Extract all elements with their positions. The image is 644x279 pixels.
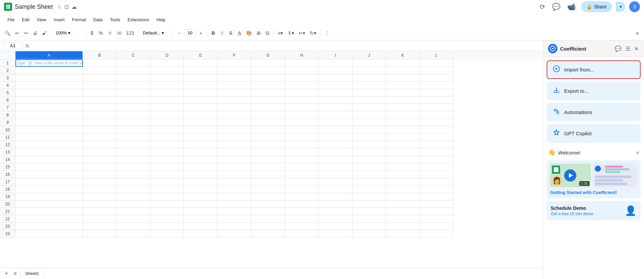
- video-thumbnail-main[interactable]: 👩 3:35: [550, 164, 591, 187]
- cell-C5[interactable]: [117, 89, 150, 96]
- cell-B14[interactable]: [83, 156, 117, 163]
- cell-F16[interactable]: [218, 171, 251, 178]
- merge-cells-btn[interactable]: ⊟: [263, 29, 271, 37]
- cell-D21[interactable]: [150, 208, 184, 215]
- cell-F1[interactable]: [218, 59, 251, 67]
- cell-I14[interactable]: [319, 156, 352, 163]
- cell-I3[interactable]: [319, 74, 352, 82]
- cell-G7[interactable]: [251, 104, 285, 111]
- cell-B6[interactable]: [83, 96, 117, 104]
- cell-C6[interactable]: [117, 96, 150, 104]
- cell-D22[interactable]: [150, 215, 184, 223]
- row-header-3[interactable]: 3: [0, 74, 15, 82]
- row-header-12[interactable]: 12: [0, 141, 15, 148]
- cell-H11[interactable]: [285, 134, 319, 141]
- cell-E5[interactable]: [184, 89, 218, 96]
- cell-A5[interactable]: [15, 89, 83, 96]
- font-size-decrease-btn[interactable]: −: [175, 29, 183, 37]
- zoom-select[interactable]: 100% ▾: [53, 29, 84, 36]
- schedule-demo-card[interactable]: Schedule Demo Get a free 15 min demo 👤: [547, 201, 641, 220]
- cell-H16[interactable]: [285, 171, 319, 178]
- cell-J3[interactable]: [352, 74, 386, 82]
- cell-K7[interactable]: [386, 104, 420, 111]
- cell-B8[interactable]: [83, 111, 117, 119]
- cell-K20[interactable]: [386, 200, 420, 208]
- row-header-19[interactable]: 19: [0, 193, 15, 200]
- cell-C22[interactable]: [117, 215, 150, 223]
- cell-E18[interactable]: [184, 186, 218, 193]
- cell-G20[interactable]: [251, 200, 285, 208]
- text-wrap-btn[interactable]: ↵▾: [297, 29, 307, 37]
- row-header-20[interactable]: 20: [0, 200, 15, 208]
- coefficient-menu-btn[interactable]: ☰: [625, 45, 631, 53]
- menu-file[interactable]: File: [4, 16, 18, 24]
- cell-A6[interactable]: [15, 96, 83, 104]
- cell-L10[interactable]: [420, 126, 453, 134]
- text-rotate-btn[interactable]: ↻▾: [308, 29, 318, 37]
- welcome-header[interactable]: 👋 Welcome! ∨: [547, 147, 641, 158]
- cell-E9[interactable]: [184, 119, 218, 126]
- row-header-18[interactable]: 18: [0, 186, 15, 193]
- cell-D20[interactable]: [150, 200, 184, 208]
- row-header-23[interactable]: 23: [0, 223, 15, 230]
- cell-J19[interactable]: [352, 193, 386, 200]
- cell-J9[interactable]: [352, 119, 386, 126]
- chat-icon[interactable]: 💬: [551, 1, 562, 12]
- video-title[interactable]: Getting Started with Coefficient!: [550, 190, 637, 195]
- cell-J23[interactable]: [352, 223, 386, 230]
- cell-J4[interactable]: [352, 82, 386, 89]
- cell-K11[interactable]: [386, 134, 420, 141]
- cell-A16[interactable]: [15, 171, 83, 178]
- cell-B11[interactable]: [83, 134, 117, 141]
- cell-A22[interactable]: [15, 215, 83, 223]
- cell-A3[interactable]: [15, 74, 83, 82]
- user-avatar[interactable]: S: [629, 1, 640, 12]
- col-header-J[interactable]: J: [352, 51, 386, 59]
- col-header-L[interactable]: L: [420, 51, 453, 59]
- cell-H2[interactable]: [285, 67, 319, 74]
- cell-K13[interactable]: [386, 148, 420, 156]
- row-header-17[interactable]: 17: [0, 178, 15, 186]
- cell-L3[interactable]: [420, 74, 453, 82]
- cell-H22[interactable]: [285, 215, 319, 223]
- cell-G11[interactable]: [251, 134, 285, 141]
- cell-E10[interactable]: [184, 126, 218, 134]
- cell-J12[interactable]: [352, 141, 386, 148]
- cell-E13[interactable]: [184, 148, 218, 156]
- cell-H24[interactable]: [285, 230, 319, 238]
- cell-L16[interactable]: [420, 171, 453, 178]
- cell-A19[interactable]: [15, 193, 83, 200]
- cell-D5[interactable]: [150, 89, 184, 96]
- currency-btn[interactable]: $: [88, 29, 96, 37]
- cell-C2[interactable]: [117, 67, 150, 74]
- cell-C7[interactable]: [117, 104, 150, 111]
- cell-E17[interactable]: [184, 178, 218, 186]
- cell-K6[interactable]: [386, 96, 420, 104]
- cell-F18[interactable]: [218, 186, 251, 193]
- cell-B22[interactable]: [83, 215, 117, 223]
- cell-G5[interactable]: [251, 89, 285, 96]
- cell-D2[interactable]: [150, 67, 184, 74]
- cell-J1[interactable]: [352, 59, 386, 67]
- cell-K21[interactable]: [386, 208, 420, 215]
- cell-C13[interactable]: [117, 148, 150, 156]
- cell-G19[interactable]: [251, 193, 285, 200]
- fill-color-btn[interactable]: 🎨: [244, 29, 254, 37]
- cell-A21[interactable]: [15, 208, 83, 215]
- cell-F22[interactable]: [218, 215, 251, 223]
- cell-F8[interactable]: [218, 111, 251, 119]
- cell-B24[interactable]: [83, 230, 117, 238]
- cell-J16[interactable]: [352, 171, 386, 178]
- cell-B23[interactable]: [83, 223, 117, 230]
- cell-F11[interactable]: [218, 134, 251, 141]
- font-size-input[interactable]: [184, 29, 196, 36]
- cell-A9[interactable]: [15, 119, 83, 126]
- cell-D11[interactable]: [150, 134, 184, 141]
- cell-K14[interactable]: [386, 156, 420, 163]
- row-header-11[interactable]: 11: [0, 134, 15, 141]
- cell-H15[interactable]: [285, 163, 319, 171]
- cell-C18[interactable]: [117, 186, 150, 193]
- cell-L23[interactable]: [420, 223, 453, 230]
- cell-G17[interactable]: [251, 178, 285, 186]
- cell-A13[interactable]: [15, 148, 83, 156]
